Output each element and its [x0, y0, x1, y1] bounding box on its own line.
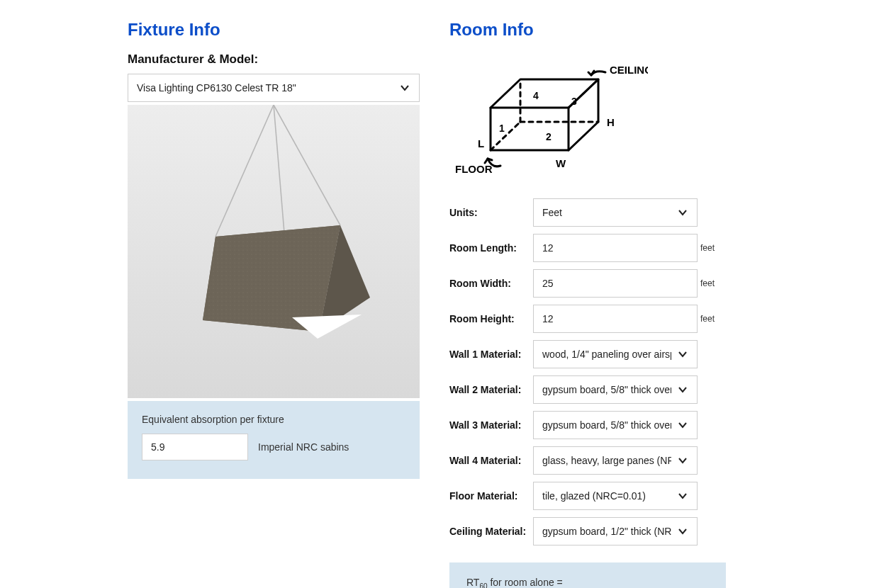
rt60-panel: RT60 for room alone = 1.83 seconds — [449, 562, 726, 588]
svg-marker-5 — [203, 225, 340, 332]
units-select[interactable]: Feet — [533, 198, 698, 227]
chevron-down-icon — [677, 419, 688, 431]
wall1-value: wood, 1/4" paneling over airspace — [542, 349, 671, 360]
room-width-input[interactable] — [533, 269, 698, 298]
wall1-select[interactable]: wood, 1/4" paneling over airspace — [533, 340, 698, 368]
room-sketch-diagram: CEILING FLOOR L W H 1 2 3 4 — [449, 52, 648, 180]
wall3-value: gypsum board, 5/8" thick over ins — [542, 419, 671, 431]
width-suffix: feet — [698, 278, 720, 288]
room-info-panel: Room Info — [449, 20, 761, 588]
wall2-value: gypsum board, 5/8" thick over ins — [542, 384, 671, 395]
absorption-caption: Equivalent absorption per fixture — [142, 414, 405, 425]
wall4-value: glass, heavy, large panes (NRC=0 — [542, 455, 671, 466]
room-height-input[interactable] — [533, 305, 698, 333]
wall2-select[interactable]: gypsum board, 5/8" thick over ins — [533, 375, 698, 404]
absorption-value: 5.9 — [142, 434, 248, 460]
svg-text:H: H — [607, 116, 615, 128]
units-label: Units: — [449, 207, 533, 218]
fixture-info-title: Fixture Info — [128, 20, 420, 40]
floor-value: tile, glazed (NRC=0.01) — [542, 490, 646, 502]
units-value: Feet — [542, 207, 562, 218]
svg-text:FLOOR: FLOOR — [455, 163, 493, 175]
ceiling-label: Ceiling Material: — [449, 526, 533, 537]
svg-text:4: 4 — [533, 90, 539, 101]
manufacturer-model-label: Manufacturer & Model: — [128, 52, 420, 67]
wall4-select[interactable]: glass, heavy, large panes (NRC=0 — [533, 446, 698, 475]
svg-line-1 — [274, 105, 340, 225]
room-height-label: Room Height: — [449, 313, 533, 324]
fixture-info-panel: Fixture Info Manufacturer & Model: Visa … — [128, 20, 420, 588]
svg-text:3: 3 — [571, 96, 577, 107]
wall3-label: Wall 3 Material: — [449, 419, 533, 431]
manufacturer-select-value: Visa Lighting CP6130 Celest TR 18" — [137, 82, 296, 94]
svg-text:2: 2 — [546, 131, 552, 142]
svg-text:W: W — [556, 157, 566, 169]
absorption-unit: Imperial NRC sabins — [258, 441, 349, 453]
wall2-label: Wall 2 Material: — [449, 384, 533, 395]
svg-line-0 — [215, 105, 274, 237]
wall3-select[interactable]: gypsum board, 5/8" thick over ins — [533, 411, 698, 439]
chevron-down-icon — [677, 526, 688, 537]
svg-text:CEILING: CEILING — [610, 64, 648, 76]
ceiling-value: gypsum board, 1/2" thick (NRC=0 — [542, 526, 671, 537]
floor-label: Floor Material: — [449, 490, 533, 502]
room-width-label: Room Width: — [449, 278, 533, 289]
chevron-down-icon — [677, 349, 688, 360]
room-length-label: Room Length: — [449, 242, 533, 254]
fixture-preview-image — [128, 105, 420, 398]
length-suffix: feet — [698, 243, 720, 253]
chevron-down-icon — [677, 384, 688, 395]
height-suffix: feet — [698, 314, 720, 324]
ceiling-select[interactable]: gypsum board, 1/2" thick (NRC=0 — [533, 517, 698, 545]
floor-select[interactable]: tile, glazed (NRC=0.01) — [533, 482, 698, 510]
absorption-panel: Equivalent absorption per fixture 5.9 Im… — [128, 401, 420, 479]
svg-text:1: 1 — [499, 123, 505, 134]
room-info-title: Room Info — [449, 20, 761, 40]
chevron-down-icon — [677, 207, 688, 218]
room-length-input[interactable] — [533, 234, 698, 262]
svg-text:L: L — [478, 137, 484, 149]
rt60-caption: RT60 for room alone = — [466, 577, 709, 588]
wall4-label: Wall 4 Material: — [449, 455, 533, 466]
chevron-down-icon — [677, 490, 688, 502]
chevron-down-icon — [677, 455, 688, 466]
wall1-label: Wall 1 Material: — [449, 349, 533, 360]
manufacturer-select[interactable]: Visa Lighting CP6130 Celest TR 18" — [128, 74, 420, 102]
chevron-down-icon — [399, 82, 410, 94]
